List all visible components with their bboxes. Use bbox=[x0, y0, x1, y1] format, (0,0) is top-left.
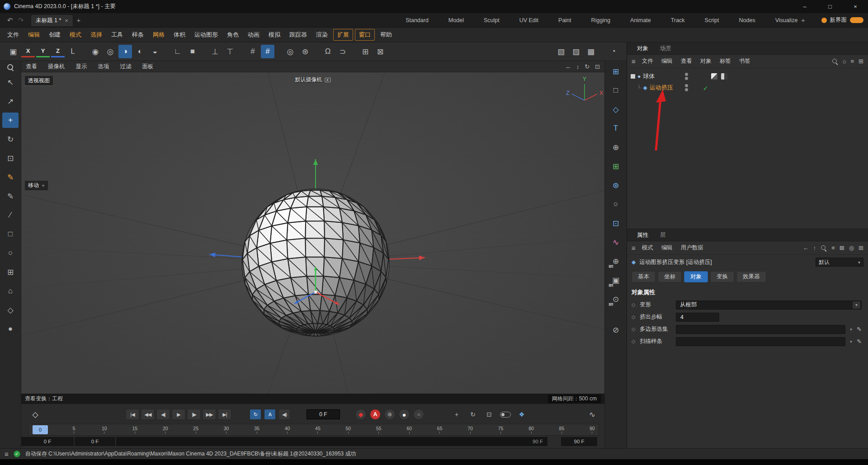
undo-icon[interactable]: ↶ bbox=[5, 16, 15, 24]
fcurve-icon[interactable]: ∿ bbox=[589, 410, 595, 419]
layout-preset[interactable]: Sculpt bbox=[484, 17, 500, 23]
up-icon[interactable]: ↑ bbox=[813, 244, 816, 251]
om-menu-item[interactable]: 查看 bbox=[681, 57, 692, 65]
visibility-dots[interactable] bbox=[685, 73, 688, 80]
layout-preset[interactable]: Paint bbox=[558, 17, 571, 23]
globe-st-icon[interactable]: ⊕ bbox=[608, 254, 624, 269]
autokey-frame-toggle[interactable]: A bbox=[264, 409, 276, 420]
om-menu-item[interactable]: 书签 bbox=[739, 57, 750, 65]
array-icon[interactable]: ⊞ bbox=[2, 264, 19, 280]
layout-preset[interactable]: UV Edit bbox=[519, 17, 538, 23]
interface-toggle[interactable] bbox=[850, 17, 863, 23]
model-mode-icon[interactable]: ◎ bbox=[104, 45, 117, 58]
menu-item[interactable]: 创建 bbox=[45, 29, 64, 40]
cube-primitive-icon[interactable]: □ bbox=[2, 226, 19, 242]
gear-icon[interactable]: ⊛ bbox=[298, 45, 312, 58]
am-menu-item[interactable]: 编辑 bbox=[661, 244, 673, 252]
floor-icon[interactable]: ⌂ bbox=[2, 283, 19, 299]
panel-menu-icon[interactable]: ≡ bbox=[632, 244, 636, 252]
sound-toggle[interactable]: ◀) bbox=[278, 409, 290, 420]
hexagon-icon[interactable]: ○ bbox=[608, 197, 624, 212]
spline-deform-icon[interactable]: ∿ bbox=[608, 235, 624, 250]
workplane-mode-icon[interactable]: ◐ bbox=[133, 45, 147, 58]
workplane-icon[interactable]: ⊥ bbox=[208, 45, 222, 58]
playhead[interactable]: 0 bbox=[33, 425, 48, 434]
unlock-workplane-icon[interactable]: ⊠ bbox=[373, 45, 387, 58]
render-queue-icon[interactable]: ▩ bbox=[584, 45, 598, 58]
add-document-tab-button[interactable]: + bbox=[73, 16, 84, 24]
eyedropper-icon[interactable]: ✎ bbox=[857, 338, 862, 345]
menu-item[interactable]: 窗口 bbox=[355, 29, 375, 41]
live-selection-icon[interactable]: ↖ bbox=[2, 75, 19, 90]
layout-preset[interactable]: Visualize bbox=[775, 17, 798, 23]
layout-preset[interactable]: Model bbox=[448, 17, 464, 23]
voxel-icon[interactable]: ⊞ bbox=[608, 159, 624, 174]
object-row-sphere[interactable]: ● 球体 bbox=[627, 70, 868, 82]
record-position-toggle[interactable]: + bbox=[451, 409, 462, 419]
deform-dropdown[interactable]: 从根部 ▾ bbox=[676, 301, 862, 310]
record-ring-button[interactable]: ○ bbox=[413, 409, 424, 420]
next-frame-button[interactable]: |▶ bbox=[187, 409, 201, 420]
menu-item[interactable]: 模式 bbox=[66, 29, 85, 40]
record-pla-toggle[interactable]: ❖ bbox=[516, 409, 527, 419]
chevron-down-icon[interactable]: ▾ bbox=[848, 339, 854, 344]
add-layout-button[interactable]: + bbox=[798, 16, 809, 24]
preset-dropdown[interactable]: 默认 ▾ bbox=[816, 258, 863, 267]
menu-item[interactable]: 运动图形 bbox=[191, 29, 222, 40]
boolean-icon[interactable]: ⊡ bbox=[608, 216, 624, 231]
chevron-down-icon[interactable]: ▾ bbox=[848, 327, 854, 332]
menu-item[interactable]: 角色 bbox=[223, 29, 242, 40]
key-diamond-icon[interactable]: ◇ bbox=[632, 338, 637, 344]
viewport-menu-item[interactable]: 过滤 bbox=[120, 63, 132, 70]
layout-preset[interactable]: Animate bbox=[630, 17, 651, 23]
lock-icon[interactable]: ⊠ bbox=[840, 244, 844, 251]
back-icon[interactable]: ← bbox=[803, 244, 809, 251]
maximize-view-icon[interactable]: ⊡ bbox=[595, 63, 600, 70]
frame-icon[interactable]: □ bbox=[608, 83, 624, 98]
record-sphere-button[interactable]: ● bbox=[399, 409, 410, 420]
key-diamond-icon[interactable]: ◇ bbox=[632, 302, 637, 308]
plane-snap-icon[interactable]: ⊤ bbox=[223, 45, 237, 58]
menu-item[interactable]: 文件 bbox=[4, 29, 23, 40]
keyframe-selection-button[interactable]: ⊛ bbox=[384, 409, 395, 420]
status-menu-icon[interactable]: ≡ bbox=[5, 450, 9, 458]
record-parameter-toggle[interactable] bbox=[500, 412, 511, 418]
menu-item[interactable]: 扩展 bbox=[333, 29, 353, 41]
material-icon[interactable]: ● bbox=[2, 321, 19, 337]
menu-item[interactable]: 编辑 bbox=[24, 29, 43, 40]
wire-sphere-icon[interactable]: ⊕ bbox=[608, 140, 624, 155]
texture-mode-icon[interactable]: ◑ bbox=[118, 45, 132, 58]
am-menu-item[interactable]: 用户数据 bbox=[681, 244, 703, 252]
sketch-pen-icon[interactable]: ✎ bbox=[2, 188, 19, 204]
next-key-button[interactable]: ▶▶ bbox=[203, 409, 216, 420]
spline-pen-icon[interactable]: ✎ bbox=[2, 169, 19, 185]
filter-icon[interactable]: ≡ bbox=[851, 58, 854, 65]
range-slider[interactable]: 90 F bbox=[116, 437, 547, 446]
maximize-button[interactable]: □ bbox=[817, 0, 843, 13]
close-button[interactable]: × bbox=[843, 0, 868, 13]
camera-link-icon[interactable] bbox=[325, 78, 331, 82]
grid-snap-icon[interactable]: # bbox=[246, 45, 259, 58]
layout-preset[interactable]: Nodes bbox=[739, 17, 755, 23]
record-keyframe-button[interactable]: ◆ bbox=[355, 409, 366, 420]
y-axis-lock[interactable]: Y bbox=[36, 46, 50, 57]
orbit-icon[interactable]: ↻ bbox=[585, 63, 590, 70]
menu-item[interactable]: 工具 bbox=[108, 29, 127, 40]
redo-icon[interactable]: ↷ bbox=[15, 16, 26, 24]
menu-item[interactable]: 样条 bbox=[128, 29, 147, 40]
menu-item[interactable]: 选择 bbox=[87, 29, 106, 40]
rotate-tool-icon[interactable]: ↻ bbox=[2, 132, 19, 147]
om-menu-item[interactable]: 对象 bbox=[700, 57, 712, 65]
light-st-icon[interactable]: ⊙ bbox=[608, 291, 624, 307]
object-row-motion-extrude[interactable]: └ ◆ 运动挤压 ✓ bbox=[627, 82, 868, 93]
search-icon[interactable] bbox=[832, 58, 838, 65]
spline-snap-icon[interactable]: ⊃ bbox=[336, 45, 349, 58]
om-menu-item[interactable]: 标签 bbox=[720, 57, 731, 65]
attribute-tab[interactable]: 效果器 bbox=[736, 271, 766, 282]
layout-preset[interactable]: Track bbox=[671, 17, 685, 23]
key-diamond-icon[interactable]: ◇ bbox=[632, 326, 637, 332]
history-clock-icon[interactable]: ◔ bbox=[607, 45, 620, 58]
enabled-check-icon[interactable]: ✓ bbox=[703, 85, 709, 91]
attribute-tab[interactable]: 基本 bbox=[632, 271, 656, 282]
autokey-button[interactable]: A bbox=[370, 409, 381, 420]
